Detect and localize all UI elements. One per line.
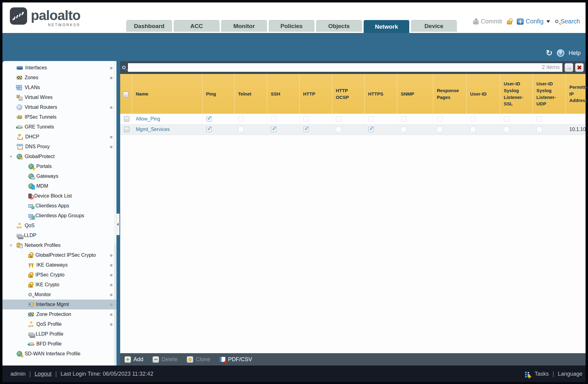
- help-icon[interactable]: ?: [557, 49, 564, 57]
- commit-button[interactable]: Commit: [473, 18, 502, 25]
- row-checkbox[interactable]: [124, 116, 129, 122]
- sidebar-item-globalprotect-ipsec-crypto[interactable]: GlobalProtect IPSec Crypto: [2, 250, 116, 260]
- sidebar-item-bfd-profile[interactable]: BFD Profile: [2, 339, 116, 349]
- ike-crypto-icon: [28, 284, 33, 288]
- tasks-button[interactable]: Tasks: [535, 371, 549, 377]
- column-header-permitted-ip-address[interactable]: Permitted IP Address...: [566, 74, 586, 114]
- sidebar-item-ipsec-tunnels[interactable]: IPSec Tunnels: [2, 112, 116, 122]
- column-header-response-pages[interactable]: Response Pages: [433, 74, 466, 114]
- add-button[interactable]: +Add: [125, 356, 143, 363]
- action-label: Add: [133, 356, 143, 363]
- sidebar-item-ike-gateways[interactable]: IKE Gateways: [2, 260, 116, 270]
- sidebar-item-clientless-app-groups[interactable]: Clientless App Groups: [2, 211, 116, 221]
- column-header-user-id[interactable]: User-ID: [466, 74, 500, 114]
- table-actionbar: +Add−DeleteClonePDF/CSV: [120, 353, 586, 366]
- tab-dashboard[interactable]: Dashboard: [126, 20, 172, 32]
- sidebar-item-label: Clientless Apps: [35, 203, 69, 209]
- sidebar-item-lldp[interactable]: LLDP: [2, 231, 116, 240]
- config-label: Config: [526, 18, 544, 25]
- sidebar-item-zone-protection[interactable]: Zone Protection: [2, 309, 116, 319]
- sidebar-item-interfaces[interactable]: Interfaces: [2, 63, 116, 73]
- column-header-snmp[interactable]: SNMP: [397, 74, 433, 114]
- sidebar-collapse-handle[interactable]: [116, 214, 120, 235]
- sidebar-item-label: Interface Mgmt: [36, 302, 69, 307]
- clone-button: Clone: [187, 356, 210, 363]
- sidebar-item-qos-profile[interactable]: QoS Profile: [2, 319, 116, 329]
- paloalto-logo: paloalto NETWORKS®: [10, 7, 80, 27]
- logout-link[interactable]: Logout: [35, 371, 51, 377]
- column-header-user-id-syslog-listener-ssl[interactable]: User-ID Syslog Listener-SSL: [500, 74, 533, 114]
- sidebar-item-dns-proxy[interactable]: DNSDNS Proxy: [2, 142, 116, 152]
- sidebar-item-ipsec-crypto[interactable]: IPSec Crypto: [2, 270, 116, 280]
- sidebar-item-virtual-wires[interactable]: Virtual Wires: [2, 92, 116, 102]
- item-dot: [110, 264, 112, 267]
- tab-objects[interactable]: Objects: [316, 20, 362, 32]
- pdf-csv-button[interactable]: PDF/CSV: [219, 356, 252, 363]
- sidebar-item-vlans[interactable]: VLANs: [2, 83, 116, 92]
- language-button[interactable]: Language: [558, 371, 582, 377]
- help-label[interactable]: Help: [569, 50, 581, 56]
- column-header-ping[interactable]: Ping: [202, 74, 234, 114]
- column-header-user-id-syslog-listener-udp[interactable]: User-ID Syslog Listener-UDP: [533, 74, 566, 114]
- qos-profile-icon: [28, 321, 34, 327]
- row-checkbox[interactable]: [124, 127, 129, 132]
- sidebar-item-sd-wan-interface-profile[interactable]: SD-WAN Interface Profile: [2, 349, 116, 359]
- tab-network[interactable]: Network: [364, 20, 409, 33]
- sidebar-item-device-block-list[interactable]: Device Block List: [2, 191, 116, 201]
- http-unchecked-icon: [303, 116, 309, 122]
- sidebar-item-portals[interactable]: Portals: [2, 161, 116, 171]
- sidebar-item-interface-mgmt[interactable]: Interface Mgmt: [2, 300, 116, 309]
- search-icon: [555, 20, 558, 23]
- profile-name-link[interactable]: Allow_Ping: [136, 116, 160, 121]
- uid-syslog-ssl-unchecked-icon: [504, 127, 509, 132]
- sidebar-item-dhcp[interactable]: IPDHCP: [2, 132, 116, 142]
- ping-checked-icon: [206, 127, 212, 132]
- sidebar-item-lldp-profile[interactable]: LLDP Profile: [2, 329, 116, 339]
- sidebar-item-label: Network Profiles: [25, 243, 60, 248]
- commit-icon: [473, 20, 479, 24]
- sidebar-item-gre-tunnels[interactable]: GRE Tunnels: [2, 122, 116, 132]
- sidebar-item-qos[interactable]: QoS: [2, 221, 116, 231]
- panel-gap: [116, 61, 120, 366]
- profile-name-link[interactable]: Mgmt_Services: [136, 127, 170, 132]
- column-header-https[interactable]: HTTPS: [364, 74, 397, 114]
- global-search-button[interactable]: Search: [555, 18, 580, 25]
- clear-filter-button[interactable]: ✖: [575, 63, 584, 72]
- tab-device[interactable]: Device: [411, 20, 457, 32]
- virtual-routers-icon: [17, 104, 22, 110]
- uid-syslog-udp-unchecked-icon: [537, 127, 542, 132]
- column-header-name[interactable]: Name: [132, 74, 202, 114]
- sidebar-item-zones[interactable]: Zones: [2, 73, 116, 83]
- tab-policies[interactable]: Policies: [269, 20, 314, 32]
- gateways-icon: [28, 174, 34, 179]
- sidebar-item-network-profiles[interactable]: ▼Network Profiles: [2, 240, 116, 250]
- paloalto-logo-icon: [10, 7, 27, 25]
- sidebar-item-monitor[interactable]: Monitor: [2, 290, 116, 300]
- tab-acc[interactable]: ACC: [174, 20, 219, 32]
- sidebar-item-gateways[interactable]: Gateways: [2, 171, 116, 181]
- header-actions: Commit Config Search: [473, 18, 580, 25]
- teal-band: ↻ ? Help: [2, 33, 586, 61]
- select-all-checkbox[interactable]: [123, 92, 129, 97]
- apply-filter-button[interactable]: →: [565, 63, 573, 72]
- sidebar-item-ike-crypto[interactable]: IKE Crypto: [2, 280, 116, 290]
- https-unchecked-icon: [368, 116, 374, 122]
- sidebar-item-globalprotect[interactable]: ▼GlobalProtect: [2, 152, 116, 161]
- expand-arrow-icon[interactable]: ▼: [9, 155, 13, 158]
- refresh-icon[interactable]: ↻: [546, 50, 553, 56]
- expand-arrow-icon[interactable]: ▼: [9, 243, 13, 247]
- column-header-http-ocsp[interactable]: HTTP OCSP: [332, 74, 364, 114]
- column-header-telnet[interactable]: Telnet: [234, 74, 267, 114]
- column-header-ssh[interactable]: SSH: [267, 74, 299, 114]
- column-header-http[interactable]: HTTP: [299, 74, 332, 114]
- delete-button: −Delete: [153, 356, 178, 363]
- filter-search-icon: [122, 66, 126, 69]
- sidebar-item-label: DNS Proxy: [25, 144, 50, 149]
- sidebar-item-mdm[interactable]: MDM: [2, 181, 116, 191]
- sidebar-item-virtual-routers[interactable]: Virtual Routers: [2, 102, 116, 112]
- sidebar-item-clientless-apps[interactable]: Clientless Apps: [2, 201, 116, 211]
- tab-monitor[interactable]: Monitor: [221, 20, 267, 32]
- lock-icon[interactable]: [507, 21, 512, 24]
- config-menu-button[interactable]: Config: [517, 18, 550, 25]
- filter-input[interactable]: [128, 63, 563, 72]
